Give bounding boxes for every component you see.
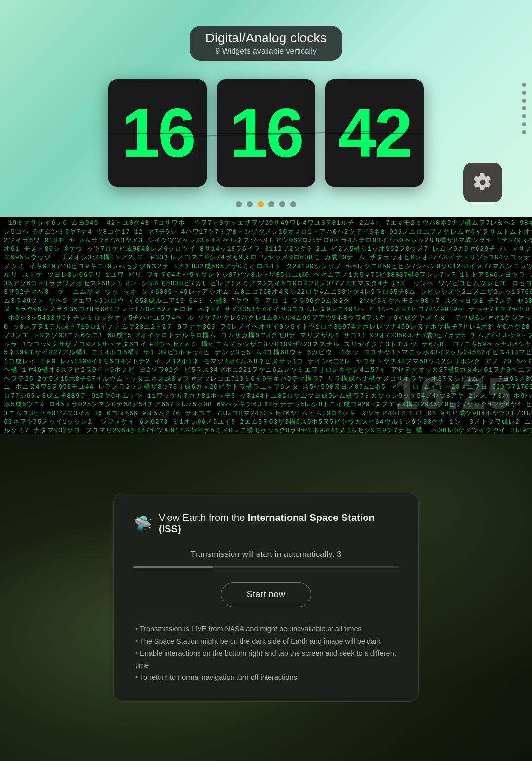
hour-digit: 16 xyxy=(121,99,194,168)
iss-section: 🛸 View Earth from the International Spac… xyxy=(0,434,532,761)
flip-card-second: 42 xyxy=(325,79,424,187)
iss-dialog: 🛸 View Earth from the International Spac… xyxy=(113,493,419,702)
iss-note-3: Enable interactions on the bottom right … xyxy=(133,647,399,671)
dot-4[interactable] xyxy=(268,201,274,207)
minute-digit: 16 xyxy=(230,99,302,168)
iss-title: View Earth from the International Space … xyxy=(159,512,399,535)
start-now-button[interactable]: Start now xyxy=(221,582,312,607)
flip-card-minute: 16 xyxy=(217,79,315,187)
iss-progress-bar xyxy=(133,566,399,568)
iss-countdown: Transmission will start in automatically… xyxy=(133,550,399,559)
dot-3[interactable] xyxy=(258,201,264,207)
vertical-dots xyxy=(522,83,526,134)
matrix-time: 16:25 xyxy=(394,368,512,419)
dot-2[interactable] xyxy=(247,201,253,207)
matrix-section: 19ミナサシイ6レ6 ムヨ949 42トユ0タ43 7コサワホ ウヲ7ト3ケッエ… xyxy=(0,217,532,434)
clock-digits-row: 16 16 42 xyxy=(108,79,424,187)
iss-header: 🛸 View Earth from the International Spac… xyxy=(133,512,399,535)
clock-subtitle: 9 Widgets available vertically xyxy=(205,47,327,56)
clock-title: Digital/Analog clocks xyxy=(205,31,327,46)
v-dot-7 xyxy=(522,130,526,134)
dot-6[interactable] xyxy=(290,201,296,207)
v-dot-5 xyxy=(522,114,526,118)
iss-notes: Transmission is LIVE from NASA and might… xyxy=(133,623,399,684)
second-digit: 42 xyxy=(338,99,411,168)
clock-section: Digital/Analog clocks 9 Widgets availabl… xyxy=(0,0,532,217)
v-dot-3 xyxy=(522,99,526,103)
iss-progress-fill xyxy=(133,566,213,568)
v-dot-6 xyxy=(522,122,526,126)
v-dot-2 xyxy=(522,91,526,95)
dot-5[interactable] xyxy=(279,201,285,207)
v-dot-4 xyxy=(522,106,526,110)
iss-note-2: The Space Station might be on the dark s… xyxy=(133,635,399,648)
flip-card-hour: 16 xyxy=(108,79,207,187)
iss-icon: 🛸 xyxy=(133,515,152,532)
dots-indicator xyxy=(236,201,296,207)
iss-note-4: To return to normal navigation turn off … xyxy=(133,671,399,684)
iss-note-1: Transmission is LIVE from NASA and might… xyxy=(133,623,399,635)
gear-icon xyxy=(473,173,492,192)
settings-button[interactable] xyxy=(463,163,502,202)
clock-title-badge: Digital/Analog clocks 9 Widgets availabl… xyxy=(190,26,342,61)
dot-1[interactable] xyxy=(236,201,242,207)
v-dot-1 xyxy=(522,83,526,87)
